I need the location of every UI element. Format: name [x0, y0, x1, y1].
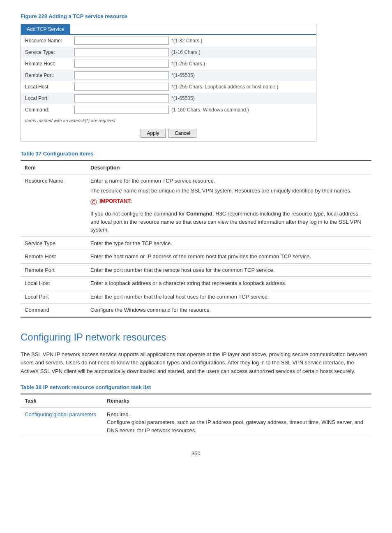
form-label: Remote Host: — [25, 60, 74, 67]
form-hint: (1-160 Chars. Windows command.) — [171, 106, 249, 114]
table-row: Service TypeEnter the type for the TCP s… — [21, 236, 371, 250]
form-row: Local Host: *(1-255 Chars. Loopback addr… — [21, 81, 316, 93]
section-body: The SSL VPN IP network access service su… — [21, 350, 371, 376]
form-input-wrap: *(1-32 Chars.) — [74, 37, 312, 45]
form-hint: *(1-65535) — [171, 72, 195, 79]
desc-text: The resource name must be unique in the … — [90, 187, 367, 195]
task-cell: Configuring global parameters — [21, 408, 103, 437]
table-row: Remote HostEnter the host name or IP add… — [21, 250, 371, 264]
item-cell: Remote Host — [21, 250, 86, 264]
table-row: Remote PortEnter the port number that th… — [21, 263, 371, 277]
form-input-field[interactable] — [74, 106, 169, 114]
item-cell: Resource Name — [21, 174, 86, 237]
form-input-field[interactable] — [74, 37, 169, 45]
task-link[interactable]: Configuring global parameters — [25, 411, 96, 417]
desc-cell: Enter a name for the common TCP service … — [86, 174, 371, 237]
form-input-field[interactable] — [74, 60, 169, 68]
cancel-button[interactable]: Cancel — [168, 129, 196, 138]
form-input-field[interactable] — [74, 71, 169, 79]
table-row: CommandConfigure the Windows command for… — [21, 304, 371, 317]
table38-title: Table 38 IP network resource configurati… — [21, 383, 371, 392]
form-input-wrap: *(1-65535) — [74, 71, 312, 79]
form-row: Remote Port: *(1-65535) — [21, 70, 316, 81]
col-item: Item — [21, 161, 86, 174]
form-label: Local Host: — [25, 83, 74, 90]
form-hint: *(1-255 Chars. Loopback address or host … — [171, 83, 278, 90]
remarks-text: Configure global parameters, such as the… — [107, 418, 367, 434]
desc-text: If you do not configure the command for … — [90, 210, 367, 234]
add-tcp-service-form: Add TCP Service Resource Name: *(1-32 Ch… — [21, 24, 316, 142]
form-input-wrap: *(1-65535) — [74, 94, 312, 102]
table37-title: Table 37 Configuration items — [21, 150, 371, 158]
form-input-field[interactable] — [74, 94, 169, 102]
desc-cell: Enter the type for the TCP service. — [86, 236, 371, 250]
desc-cell: Enter a loopback address or a character … — [86, 277, 371, 290]
form-label: Resource Name: — [25, 37, 74, 44]
important-icon: Ⓒ — [90, 197, 97, 207]
section-heading: Configuring IP network resources — [21, 330, 371, 345]
important-label: IMPORTANT: — [99, 197, 132, 205]
col-task: Task — [21, 394, 103, 408]
ip-network-section: Configuring IP network resources The SSL… — [21, 330, 371, 376]
form-hint: (1-16 Chars.) — [171, 49, 201, 56]
remarks-text: Required. — [107, 410, 367, 419]
form-label: Local Port: — [25, 95, 74, 102]
form-label: Remote Port: — [25, 72, 74, 79]
col-remarks: Remarks — [103, 394, 371, 408]
form-label: Command: — [25, 106, 74, 114]
form-hint: *(1-32 Chars.) — [171, 37, 202, 44]
form-hint: *(1-65535) — [171, 95, 195, 102]
desc-cell: Enter the host name or IP address of the… — [86, 250, 371, 264]
col-description: Description — [86, 161, 371, 174]
form-input-field[interactable] — [74, 48, 169, 56]
desc-cell: Enter the port number that the local hos… — [86, 290, 371, 304]
form-row: Remote Host: *(1-255 Chars.) — [21, 58, 316, 70]
config-table: Item Description Resource NameEnter a na… — [21, 160, 371, 317]
figure-228-section: Figure 228 Adding a TCP service resource… — [21, 12, 371, 141]
desc-text: Enter the port number that the local hos… — [90, 293, 367, 301]
desc-cell: Configure the Windows command for the re… — [86, 304, 371, 317]
table-row: Resource NameEnter a name for the common… — [21, 174, 371, 237]
form-label: Service Type: — [25, 49, 74, 56]
form-row: Service Type: (1-16 Chars.) — [21, 46, 316, 58]
table-row: Local PortEnter the port number that the… — [21, 290, 371, 304]
form-input-wrap: *(1-255 Chars.) — [74, 60, 312, 68]
desc-text: Enter a loopback address or a character … — [90, 279, 367, 287]
item-cell: Remote Port — [21, 263, 86, 277]
desc-text: Configure the Windows command for the re… — [90, 306, 367, 314]
task-table: Task Remarks Configuring global paramete… — [21, 394, 371, 437]
remarks-cell: Required.Configure global parameters, su… — [103, 408, 371, 437]
item-cell: Command — [21, 304, 86, 317]
important-block: Ⓒ IMPORTANT: — [90, 197, 367, 207]
desc-text: Enter a name for the common TCP service … — [90, 177, 367, 185]
apply-button[interactable]: Apply — [141, 129, 165, 138]
item-cell: Service Type — [21, 236, 86, 250]
desc-text: Enter the host name or IP address of the… — [90, 253, 367, 261]
form-body: Resource Name: *(1-32 Chars.) Service Ty… — [21, 34, 316, 141]
form-row: Resource Name: *(1-32 Chars.) — [21, 35, 316, 46]
item-cell: Local Port — [21, 290, 86, 304]
form-input-wrap: *(1-255 Chars. Loopback address or host … — [74, 83, 312, 91]
desc-cell: Enter the port number that the remote ho… — [86, 263, 371, 277]
desc-text: Enter the type for the TCP service. — [90, 239, 367, 248]
form-input-field[interactable] — [74, 83, 169, 91]
desc-text: Enter the port number that the remote ho… — [90, 266, 367, 274]
form-row: Local Port: *(1-65535) — [21, 93, 316, 104]
table-row: Local HostEnter a loopback address or a … — [21, 277, 371, 290]
add-tcp-service-tab[interactable]: Add TCP Service — [21, 24, 70, 34]
form-row: Command: (1-160 Chars. Windows command.) — [21, 104, 316, 116]
form-footer-note: Items marked with an asterisk(*) are req… — [21, 116, 316, 126]
form-input-wrap: (1-160 Chars. Windows command.) — [74, 106, 312, 114]
form-hint: *(1-255 Chars.) — [171, 60, 205, 67]
form-input-wrap: (1-16 Chars.) — [74, 48, 312, 56]
table38-section: Table 38 IP network resource configurati… — [21, 383, 371, 438]
form-actions: Apply Cancel — [21, 125, 316, 141]
table-row: Configuring global parametersRequired.Co… — [21, 408, 371, 437]
item-cell: Local Host — [21, 277, 86, 290]
table37-section: Table 37 Configuration items Item Descri… — [21, 150, 371, 317]
figure-title: Figure 228 Adding a TCP service resource — [21, 12, 371, 21]
page-number: 350 — [21, 450, 371, 458]
